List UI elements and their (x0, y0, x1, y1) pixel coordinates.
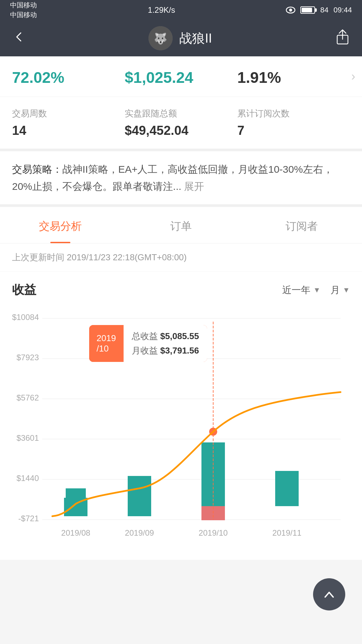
tooltip-monthly-value: $3,791.56 (160, 345, 199, 356)
status-right: 84 09:44 (286, 6, 352, 14)
status-bar: 中国移动 中国移动 1.29K/s 84 09:44 (0, 0, 362, 20)
tab-subscribers[interactable]: 订阅者 (241, 207, 362, 243)
svg-text:$5762: $5762 (16, 393, 39, 402)
tooltip-values: 总收益 $5,085.55 月收益 $3,791.56 (124, 325, 207, 362)
chevron-right-icon: › (351, 69, 355, 84)
svg-text:2019/10: 2019/10 (199, 528, 228, 537)
tooltip-total-label: 总收益 (132, 331, 158, 341)
strategy-label: 交易策略： (12, 164, 62, 175)
total-profit-value: $1,025.24 (125, 68, 237, 87)
svg-text:2019/09: 2019/09 (125, 528, 154, 537)
tab-orders[interactable]: 订单 (121, 207, 241, 243)
subscribe-count-label: 累计订阅次数 (237, 108, 350, 119)
trade-weeks-value: 14 (12, 123, 125, 138)
svg-text:$10084: $10084 (12, 313, 39, 322)
svg-text:$7923: $7923 (16, 353, 39, 362)
bar-sep (128, 476, 151, 516)
total-profit-stat: $1,025.24 (125, 68, 237, 87)
time: 09:44 (334, 6, 352, 14)
period-filter-arrow: ▼ (313, 286, 320, 294)
follow-amount-item: 实盘跟随总额 $49,452.04 (125, 108, 237, 138)
svg-text:2019/11: 2019/11 (273, 528, 302, 537)
chart-controls: 近一年 ▼ 月 ▼ (282, 284, 350, 297)
chart-section: 收益 近一年 ▼ 月 ▼ 2019/10 (0, 272, 362, 560)
svg-text:🐺: 🐺 (154, 32, 167, 45)
strategy-expand-button[interactable]: 展开 (184, 181, 204, 192)
monthly-rate-value: 1.91% (237, 68, 350, 87)
trade-weeks-label: 交易周数 (12, 108, 125, 119)
tab-analysis[interactable]: 交易分析 (0, 207, 121, 243)
carrier1: 中国移动 (10, 1, 37, 10)
chart-title: 收益 (12, 282, 36, 298)
battery-level: 84 (320, 6, 328, 14)
svg-text:$1440: $1440 (16, 474, 39, 483)
tooltip-monthly-label: 月收益 (132, 345, 158, 356)
win-rate-value: 72.02% (12, 68, 125, 87)
tooltip-date: 2019/10 (89, 325, 124, 362)
scroll-top-button[interactable] (313, 578, 345, 610)
interval-filter-label: 月 (330, 284, 340, 297)
win-rate-stat: 72.02% (12, 68, 125, 87)
main-content: 72.02% $1,025.24 1.91% › 交易周数 14 实盘跟随总额 … (0, 56, 362, 560)
follow-amount-label: 实盘跟随总额 (125, 108, 237, 119)
update-time: 上次更新时间 2019/11/23 22:18(GMT+08:00) (0, 244, 362, 272)
monthly-rate-stat: 1.91% (237, 68, 350, 87)
subscribe-count-item: 累计订阅次数 7 (237, 108, 350, 138)
trade-weeks-item: 交易周数 14 (12, 108, 125, 138)
chevron-up-icon (322, 588, 336, 601)
back-button[interactable] (12, 30, 25, 47)
svg-text:$3601: $3601 (16, 433, 39, 442)
subscribe-count-value: 7 (237, 123, 350, 138)
chart-container: 2019/10 总收益 $5,085.55 月收益 $3,791.56 (12, 312, 350, 546)
svg-point-1 (289, 9, 292, 12)
period-filter-label: 近一年 (282, 284, 310, 297)
chart-tooltip: 2019/10 总收益 $5,085.55 月收益 $3,791.56 (89, 325, 207, 362)
tooltip-total-value: $5,085.55 (160, 331, 199, 341)
nav-bar: 🐺 战狼II (0, 20, 362, 56)
carrier-info: 中国移动 中国移动 (10, 1, 37, 19)
svg-text:2019/08: 2019/08 (61, 528, 90, 537)
network-speed: 1.29K/s (148, 5, 175, 15)
interval-filter-arrow: ▼ (343, 286, 350, 294)
strategy-text: 交易策略：战神II策略，EA+人工，高收益低回撤，月收益10-30%左右，20%… (12, 161, 350, 195)
interval-filter[interactable]: 月 ▼ (330, 284, 350, 297)
tooltip-total-profit: 总收益 $5,085.55 (132, 330, 199, 342)
update-time-text: 上次更新时间 2019/11/23 22:18(GMT+08:00) (12, 252, 187, 262)
tabs-section: 交易分析 订单 订阅者 (0, 207, 362, 244)
details-section: 交易周数 14 实盘跟随总额 $49,452.04 累计订阅次数 7 (0, 97, 362, 151)
share-button[interactable] (335, 29, 350, 48)
svg-text:-$721: -$721 (18, 514, 39, 523)
avatar: 🐺 (148, 26, 173, 50)
chart-header: 收益 近一年 ▼ 月 ▼ (12, 282, 350, 298)
follow-amount-value: $49,452.04 (125, 123, 237, 138)
nav-title: 🐺 战狼II (148, 26, 212, 50)
tooltip-monthly-profit: 月收益 $3,791.56 (132, 345, 199, 357)
period-filter[interactable]: 近一年 ▼ (282, 284, 320, 297)
strategy-section: 交易策略：战神II策略，EA+人工，高收益低回撤，月收益10-30%左右，20%… (0, 151, 362, 207)
stats-section: 72.02% $1,025.24 1.91% › (0, 56, 362, 97)
battery-icon (300, 6, 315, 14)
bar-nov (275, 471, 299, 506)
page-title: 战狼II (179, 30, 212, 47)
eye-icon (286, 6, 295, 14)
carrier2: 中国移动 (10, 10, 37, 19)
